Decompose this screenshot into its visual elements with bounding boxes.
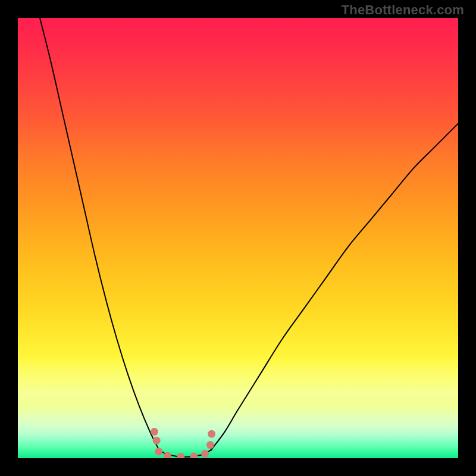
marker-dot <box>201 450 209 458</box>
watermark-text: TheBottleneck.com <box>342 2 464 18</box>
marker-dot <box>208 430 215 438</box>
marker-dot <box>155 447 162 455</box>
chart-frame: TheBottleneck.com <box>0 0 476 476</box>
bottleneck-curve <box>40 18 458 457</box>
marker-dot <box>177 453 184 458</box>
marker-dots <box>151 428 215 458</box>
curve-layer <box>18 18 458 458</box>
marker-dot <box>153 437 161 444</box>
plot-area <box>18 18 458 458</box>
marker-dot <box>206 441 214 449</box>
marker-dot <box>151 428 158 436</box>
marker-dot <box>190 453 198 458</box>
